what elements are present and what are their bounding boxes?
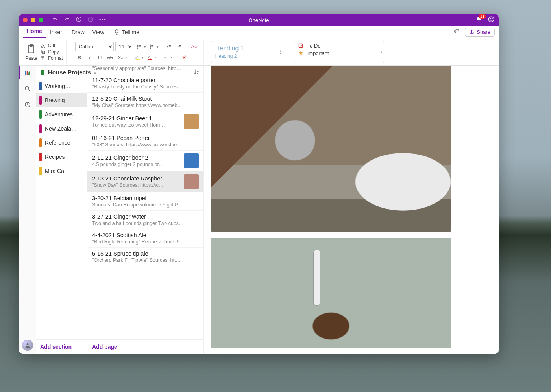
tag-todo[interactable]: To Do: [298, 43, 380, 49]
tab-home[interactable]: Home: [23, 26, 46, 38]
tell-me-label: Tell me: [122, 29, 139, 35]
section-label: Reference: [45, 140, 70, 146]
indent-button[interactable]: [175, 43, 184, 51]
tell-me-button[interactable]: Tell me: [110, 28, 143, 37]
section-color-tab: [39, 110, 42, 119]
share-button[interactable]: Share: [465, 28, 495, 37]
highlight-button[interactable]: [133, 53, 141, 61]
zoom-window-button[interactable]: [39, 18, 43, 22]
section-color-tab: [39, 167, 42, 175]
minimize-window-button[interactable]: [31, 18, 35, 22]
font-size-select[interactable]: 11: [115, 42, 133, 51]
tags-gallery[interactable]: To Do Important ⟩: [294, 41, 384, 63]
styles-gallery[interactable]: Heading 1 Heading 2 ⟩: [211, 41, 283, 63]
page-item[interactable]: 12-29-21 Ginger Beer 1Turned out way too…: [87, 111, 203, 132]
italic-button[interactable]: I: [85, 53, 94, 61]
more-button[interactable]: •••: [99, 17, 107, 23]
search-icon[interactable]: [24, 85, 31, 94]
ribbon: Paste Cut Copy Format Calibri 11 ▾ 123▾: [19, 38, 499, 66]
section-item[interactable]: Mira Cat: [36, 164, 87, 178]
svg-rect-19: [26, 71, 28, 75]
svg-rect-10: [42, 50, 44, 53]
tab-view[interactable]: View: [89, 28, 108, 37]
notebook-picker[interactable]: House Projects ⌄: [36, 66, 204, 79]
style-heading1[interactable]: Heading 1: [215, 45, 279, 52]
tab-insert[interactable]: Insert: [46, 28, 68, 37]
notifications-button[interactable]: 11: [476, 16, 482, 24]
nav-forward-button[interactable]: [87, 16, 94, 24]
svg-rect-20: [28, 71, 30, 75]
page-snippet: "Roasty Toasty on the Coasty" Sources:…: [92, 84, 199, 90]
section-label: Working…: [45, 83, 70, 89]
recent-icon[interactable]: [24, 101, 31, 110]
close-window-button[interactable]: [23, 18, 28, 22]
sync-status-icon[interactable]: [454, 28, 461, 36]
paste-button[interactable]: Paste: [25, 43, 37, 61]
page-item[interactable]: 3-20-21 Belgian tripelSources: Dan Recip…: [87, 192, 203, 211]
underline-button[interactable]: U: [96, 53, 104, 61]
clear-formatting-button[interactable]: A⊘: [190, 43, 199, 51]
style-heading2[interactable]: Heading 2: [215, 53, 279, 59]
copy-button[interactable]: Copy: [41, 49, 63, 55]
page-thumbnail: [184, 114, 199, 129]
section-item[interactable]: Working…: [36, 79, 87, 93]
notebooks-icon[interactable]: [24, 70, 31, 78]
embedded-image-1[interactable]: [211, 66, 451, 232]
tab-draw[interactable]: Draw: [68, 28, 89, 37]
account-avatar[interactable]: [22, 340, 33, 351]
embedded-image-2[interactable]: [211, 238, 451, 348]
page-title: 4-4-2021 Scottish Ale: [92, 232, 199, 238]
cut-button[interactable]: Cut: [41, 43, 63, 48]
page-item[interactable]: 01-16-21 Pecan Porter"503" Sources: http…: [87, 132, 203, 151]
sections-column: House Projects ⌄ Working…BrewingAdventur…: [36, 66, 87, 354]
svg-rect-17: [299, 44, 302, 47]
feedback-smile-button[interactable]: [488, 16, 495, 24]
styles-more-icon[interactable]: ⟩: [280, 50, 281, 54]
page-item[interactable]: 5-15-21 Spruce tip ale"Orchard Park Fir …: [87, 248, 203, 266]
tags-more-icon[interactable]: ⟩: [381, 50, 382, 54]
page-item[interactable]: 12-5-20 Chai Milk Stout"My Chai" Sources…: [87, 93, 203, 111]
section-item[interactable]: Adventures: [36, 107, 87, 121]
svg-point-3: [490, 18, 491, 19]
undo-button[interactable]: [52, 16, 58, 24]
section-item[interactable]: New Zeala…: [36, 121, 87, 136]
page-snippet: "Orchard Park Fir Tip Ale" Sources: htt…: [92, 258, 199, 263]
page-snippet: 4.5 pounds ginger 2 pounds br…: [92, 162, 181, 167]
outdent-button[interactable]: [165, 43, 174, 51]
redo-button[interactable]: [64, 16, 70, 24]
delete-button[interactable]: ✕: [180, 53, 189, 61]
note-tag-icon[interactable]: [204, 101, 205, 110]
strikethrough-button[interactable]: ab: [106, 53, 115, 61]
window-controls: [23, 18, 43, 22]
page-snippet: Two and a half pounds ginger Two cups…: [92, 221, 199, 226]
svg-point-13: [137, 48, 138, 48]
add-section-button[interactable]: Add section: [36, 339, 87, 354]
pages-column: 9-27-20 Pumpkin Ale"Seasonally appropria…: [87, 66, 204, 354]
page-item[interactable]: 2-11-21 Ginger beer 24.5 pounds ginger 2…: [87, 151, 203, 171]
nav-back-button[interactable]: [76, 16, 82, 24]
section-label: New Zeala…: [45, 125, 77, 132]
subscript-button[interactable]: X2: [116, 53, 125, 61]
align-button[interactable]: [162, 53, 170, 61]
page-item[interactable]: 2-13-21 Chocolate Raspber…"Snow Day" Sou…: [87, 171, 203, 192]
page-canvas[interactable]: [204, 66, 499, 354]
section-item[interactable]: Reference: [36, 136, 87, 150]
section-color-tab: [39, 153, 42, 161]
page-item[interactable]: 4-4-2021 Scottish Ale"Red Right Returnin…: [87, 229, 203, 248]
page-thumbnail: [184, 174, 199, 189]
add-page-button[interactable]: Add page: [87, 339, 203, 354]
section-item[interactable]: Recipes: [36, 150, 87, 164]
tag-important[interactable]: Important: [298, 50, 380, 56]
section-item[interactable]: Brewing: [36, 93, 87, 107]
bold-button[interactable]: B: [75, 53, 84, 61]
numbering-button[interactable]: 123: [148, 43, 156, 51]
page-title: 2-11-21 Ginger beer 2: [92, 155, 181, 161]
page-snippet: "My Chai" Sources: https://www.homeb…: [92, 103, 199, 108]
sort-pages-button[interactable]: [194, 68, 200, 76]
format-painter-button[interactable]: Format: [41, 55, 63, 61]
bullets-button[interactable]: [135, 43, 144, 51]
page-item[interactable]: 3-27-21 Ginger waterTwo and a half pound…: [87, 211, 203, 229]
section-label: Recipes: [45, 154, 65, 160]
font-color-button[interactable]: A: [145, 53, 154, 61]
font-family-select[interactable]: Calibri: [75, 42, 114, 51]
